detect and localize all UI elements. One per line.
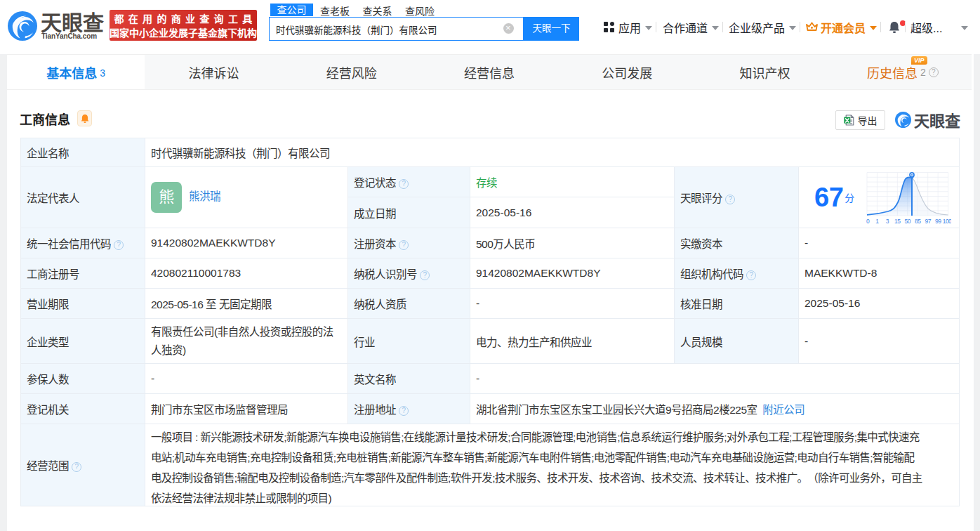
svg-text:3: 3 <box>886 218 889 225</box>
svg-text:50: 50 <box>904 218 911 225</box>
svg-text:15: 15 <box>894 218 901 225</box>
svg-text:97: 97 <box>925 218 931 225</box>
svg-text:100: 100 <box>942 218 951 225</box>
svg-text:0: 0 <box>866 218 870 225</box>
svg-text:1: 1 <box>875 218 879 225</box>
svg-text:85: 85 <box>915 218 921 225</box>
svg-text:99: 99 <box>935 218 941 225</box>
